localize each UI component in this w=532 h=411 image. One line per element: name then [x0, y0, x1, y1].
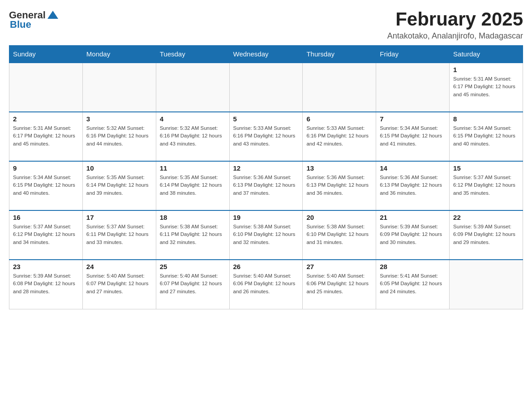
calendar-cell: 9Sunrise: 5:34 AM Sunset: 6:15 PM Daylig…: [9, 161, 83, 210]
day-info: Sunrise: 5:35 AM Sunset: 6:14 PM Dayligh…: [86, 174, 152, 197]
svg-marker-0: [47, 11, 58, 19]
weekday-header-wednesday: Wednesday: [229, 46, 303, 63]
location-text: Antakotako, Analanjirofo, Madagascar: [387, 31, 523, 41]
day-info: Sunrise: 5:34 AM Sunset: 6:15 PM Dayligh…: [453, 124, 519, 148]
calendar-cell: 18Sunrise: 5:38 AM Sunset: 6:11 PM Dayli…: [156, 210, 229, 260]
day-info: Sunrise: 5:38 AM Sunset: 6:11 PM Dayligh…: [160, 223, 226, 246]
day-number: 9: [13, 164, 79, 172]
day-number: 12: [233, 164, 299, 172]
weekday-header-thursday: Thursday: [303, 46, 376, 63]
day-info: Sunrise: 5:40 AM Sunset: 6:06 PM Dayligh…: [306, 272, 372, 295]
calendar-cell: 28Sunrise: 5:41 AM Sunset: 6:05 PM Dayli…: [376, 260, 450, 309]
calendar-cell: [303, 63, 376, 112]
day-number: 24: [86, 263, 152, 270]
calendar-cell: 19Sunrise: 5:38 AM Sunset: 6:10 PM Dayli…: [229, 210, 303, 260]
day-number: 1: [453, 66, 519, 73]
day-info: Sunrise: 5:40 AM Sunset: 6:07 PM Dayligh…: [86, 272, 152, 295]
calendar-cell: 1Sunrise: 5:31 AM Sunset: 6:17 PM Daylig…: [450, 63, 523, 112]
calendar-cell: 13Sunrise: 5:36 AM Sunset: 6:13 PM Dayli…: [303, 161, 376, 210]
calendar-week-row: 16Sunrise: 5:37 AM Sunset: 6:12 PM Dayli…: [9, 210, 523, 260]
day-number: 14: [380, 164, 446, 172]
calendar-week-row: 9Sunrise: 5:34 AM Sunset: 6:15 PM Daylig…: [9, 161, 523, 210]
calendar-cell: 15Sunrise: 5:37 AM Sunset: 6:12 PM Dayli…: [450, 161, 523, 210]
calendar-cell: [376, 63, 450, 112]
day-info: Sunrise: 5:39 AM Sunset: 6:09 PM Dayligh…: [453, 223, 519, 246]
calendar-cell: 4Sunrise: 5:32 AM Sunset: 6:16 PM Daylig…: [156, 112, 229, 161]
day-number: 10: [86, 164, 152, 172]
calendar-week-row: 2Sunrise: 5:31 AM Sunset: 6:17 PM Daylig…: [9, 112, 523, 161]
day-info: Sunrise: 5:39 AM Sunset: 6:08 PM Dayligh…: [13, 272, 79, 295]
day-info: Sunrise: 5:34 AM Sunset: 6:15 PM Dayligh…: [380, 124, 446, 148]
calendar-cell: 11Sunrise: 5:35 AM Sunset: 6:14 PM Dayli…: [156, 161, 229, 210]
calendar-week-row: 23Sunrise: 5:39 AM Sunset: 6:08 PM Dayli…: [9, 260, 523, 309]
day-number: 26: [233, 263, 299, 270]
day-number: 23: [13, 263, 79, 270]
calendar-week-row: 1Sunrise: 5:31 AM Sunset: 6:17 PM Daylig…: [9, 63, 523, 112]
day-number: 3: [86, 115, 152, 123]
day-info: Sunrise: 5:37 AM Sunset: 6:12 PM Dayligh…: [13, 223, 79, 246]
day-info: Sunrise: 5:39 AM Sunset: 6:09 PM Dayligh…: [380, 223, 446, 246]
day-info: Sunrise: 5:37 AM Sunset: 6:11 PM Dayligh…: [86, 223, 152, 246]
day-number: 21: [380, 214, 446, 221]
calendar-cell: [9, 63, 83, 112]
day-info: Sunrise: 5:33 AM Sunset: 6:16 PM Dayligh…: [233, 124, 299, 148]
calendar-cell: 27Sunrise: 5:40 AM Sunset: 6:06 PM Dayli…: [303, 260, 376, 309]
day-number: 25: [160, 263, 226, 270]
logo: General Blue: [9, 9, 59, 30]
calendar-cell: [229, 63, 303, 112]
calendar-cell: [82, 63, 156, 112]
day-number: 8: [453, 115, 519, 123]
day-number: 11: [160, 164, 226, 172]
weekday-header-monday: Monday: [82, 46, 156, 63]
calendar-cell: 3Sunrise: 5:32 AM Sunset: 6:16 PM Daylig…: [82, 112, 156, 161]
weekday-header-saturday: Saturday: [450, 46, 523, 63]
day-info: Sunrise: 5:41 AM Sunset: 6:05 PM Dayligh…: [380, 272, 446, 295]
day-number: 15: [453, 164, 519, 172]
day-info: Sunrise: 5:32 AM Sunset: 6:16 PM Dayligh…: [86, 124, 152, 148]
calendar-cell: 8Sunrise: 5:34 AM Sunset: 6:15 PM Daylig…: [450, 112, 523, 161]
day-info: Sunrise: 5:31 AM Sunset: 6:17 PM Dayligh…: [453, 75, 519, 98]
calendar-table: SundayMondayTuesdayWednesdayThursdayFrid…: [9, 45, 523, 309]
page-header: General Blue February 2025 Antakotako, A…: [9, 9, 523, 41]
day-info: Sunrise: 5:32 AM Sunset: 6:16 PM Dayligh…: [160, 124, 226, 148]
calendar-cell: 12Sunrise: 5:36 AM Sunset: 6:13 PM Dayli…: [229, 161, 303, 210]
day-number: 17: [86, 214, 152, 221]
day-number: 27: [306, 263, 372, 270]
calendar-cell: 23Sunrise: 5:39 AM Sunset: 6:08 PM Dayli…: [9, 260, 83, 309]
calendar-cell: 5Sunrise: 5:33 AM Sunset: 6:16 PM Daylig…: [229, 112, 303, 161]
day-info: Sunrise: 5:36 AM Sunset: 6:13 PM Dayligh…: [380, 174, 446, 197]
day-number: 2: [13, 115, 79, 123]
calendar-cell: 26Sunrise: 5:40 AM Sunset: 6:06 PM Dayli…: [229, 260, 303, 309]
day-info: Sunrise: 5:38 AM Sunset: 6:10 PM Dayligh…: [233, 223, 299, 246]
calendar-cell: 17Sunrise: 5:37 AM Sunset: 6:11 PM Dayli…: [82, 210, 156, 260]
logo-triangle-icon: [47, 9, 59, 21]
calendar-cell: 16Sunrise: 5:37 AM Sunset: 6:12 PM Dayli…: [9, 210, 83, 260]
day-info: Sunrise: 5:36 AM Sunset: 6:13 PM Dayligh…: [306, 174, 372, 197]
day-info: Sunrise: 5:33 AM Sunset: 6:16 PM Dayligh…: [306, 124, 372, 148]
month-title: February 2025: [387, 9, 523, 30]
day-info: Sunrise: 5:40 AM Sunset: 6:06 PM Dayligh…: [233, 272, 299, 295]
day-number: 7: [380, 115, 446, 123]
day-info: Sunrise: 5:38 AM Sunset: 6:10 PM Dayligh…: [306, 223, 372, 246]
day-number: 22: [453, 214, 519, 221]
day-number: 16: [13, 214, 79, 221]
calendar-cell: [450, 260, 523, 309]
calendar-cell: 25Sunrise: 5:40 AM Sunset: 6:07 PM Dayli…: [156, 260, 229, 309]
day-number: 20: [306, 214, 372, 221]
calendar-cell: 20Sunrise: 5:38 AM Sunset: 6:10 PM Dayli…: [303, 210, 376, 260]
day-number: 4: [160, 115, 226, 123]
day-info: Sunrise: 5:37 AM Sunset: 6:12 PM Dayligh…: [453, 174, 519, 197]
day-number: 18: [160, 214, 226, 221]
calendar-cell: 10Sunrise: 5:35 AM Sunset: 6:14 PM Dayli…: [82, 161, 156, 210]
weekday-header-friday: Friday: [376, 46, 450, 63]
calendar-cell: 7Sunrise: 5:34 AM Sunset: 6:15 PM Daylig…: [376, 112, 450, 161]
day-number: 13: [306, 164, 372, 172]
day-number: 5: [233, 115, 299, 123]
calendar-cell: 21Sunrise: 5:39 AM Sunset: 6:09 PM Dayli…: [376, 210, 450, 260]
calendar-cell: 2Sunrise: 5:31 AM Sunset: 6:17 PM Daylig…: [9, 112, 83, 161]
day-info: Sunrise: 5:34 AM Sunset: 6:15 PM Dayligh…: [13, 174, 79, 197]
weekday-header-tuesday: Tuesday: [156, 46, 229, 63]
logo-blue-text: Blue: [10, 19, 31, 30]
calendar-cell: 6Sunrise: 5:33 AM Sunset: 6:16 PM Daylig…: [303, 112, 376, 161]
day-info: Sunrise: 5:31 AM Sunset: 6:17 PM Dayligh…: [13, 124, 79, 148]
